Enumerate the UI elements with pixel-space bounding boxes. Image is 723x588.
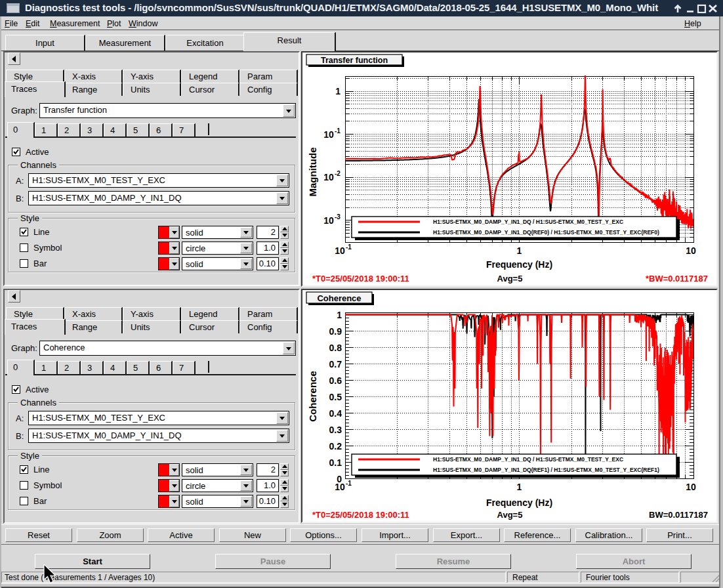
svg-text:1: 1 (517, 482, 522, 492)
svg-text:*T0=25/05/2018 19:00:11: *T0=25/05/2018 19:00:11 (312, 510, 409, 520)
svg-text:Frequency (Hz): Frequency (Hz) (486, 259, 552, 270)
svg-text:0.8: 0.8 (329, 343, 342, 353)
svg-text:10: 10 (686, 245, 696, 256)
svg-text:0.9: 0.9 (329, 326, 342, 337)
svg-text:10: 10 (323, 129, 334, 140)
svg-text:10: 10 (686, 482, 696, 492)
svg-text:H1:SUS-ETMX_M0_DAMP_Y_IN1_DQ(R: H1:SUS-ETMX_M0_DAMP_Y_IN1_DQ(REF1) / H1:… (433, 467, 659, 473)
svg-text:0.4: 0.4 (329, 408, 342, 419)
svg-text:Transfer function: Transfer function (321, 56, 388, 65)
svg-text:Magnitude: Magnitude (307, 148, 318, 197)
svg-text:Coherence: Coherence (307, 371, 318, 422)
svg-text:0.6: 0.6 (329, 375, 342, 386)
svg-text:BW=0.0117187: BW=0.0117187 (649, 510, 708, 520)
svg-text:-3: -3 (335, 213, 341, 220)
svg-text:-2: -2 (335, 170, 341, 177)
svg-text:1: 1 (517, 245, 522, 256)
svg-text:Avg=5: Avg=5 (497, 510, 523, 520)
svg-text:0.7: 0.7 (329, 359, 342, 369)
svg-text:1: 1 (337, 310, 342, 320)
svg-text:0.3: 0.3 (329, 425, 342, 435)
svg-text:1: 1 (335, 86, 341, 96)
svg-text:H1:SUS-ETMX_M0_DAMP_Y_IN1_DQ /: H1:SUS-ETMX_M0_DAMP_Y_IN1_DQ / H1:SUS-ET… (433, 219, 623, 225)
svg-text:0.2: 0.2 (329, 441, 342, 452)
svg-text:-1: -1 (335, 127, 341, 135)
svg-text:H1:SUS-ETMX_M0_DAMP_Y_IN1_DQ /: H1:SUS-ETMX_M0_DAMP_Y_IN1_DQ / H1:SUS-ET… (433, 456, 623, 463)
svg-text:10: 10 (323, 215, 334, 226)
svg-text:-1: -1 (346, 480, 352, 487)
svg-text:10: 10 (335, 482, 345, 492)
svg-text:10: 10 (323, 172, 334, 182)
svg-text:Coherence: Coherence (317, 293, 361, 303)
svg-text:*BW=0.0117187: *BW=0.0117187 (646, 274, 708, 284)
svg-text:*T0=25/05/2018 19:00:11: *T0=25/05/2018 19:00:11 (312, 274, 409, 284)
svg-text:0.1: 0.1 (329, 457, 342, 468)
svg-text:0.5: 0.5 (329, 392, 342, 402)
svg-text:Avg=5: Avg=5 (497, 274, 523, 284)
svg-text:H1:SUS-ETMX_M0_DAMP_Y_IN1_DQ(R: H1:SUS-ETMX_M0_DAMP_Y_IN1_DQ(REF0) / H1:… (433, 229, 659, 236)
svg-text:10: 10 (335, 245, 345, 256)
svg-text:Frequency (Hz): Frequency (Hz) (486, 497, 552, 508)
svg-text:-1: -1 (346, 243, 352, 251)
